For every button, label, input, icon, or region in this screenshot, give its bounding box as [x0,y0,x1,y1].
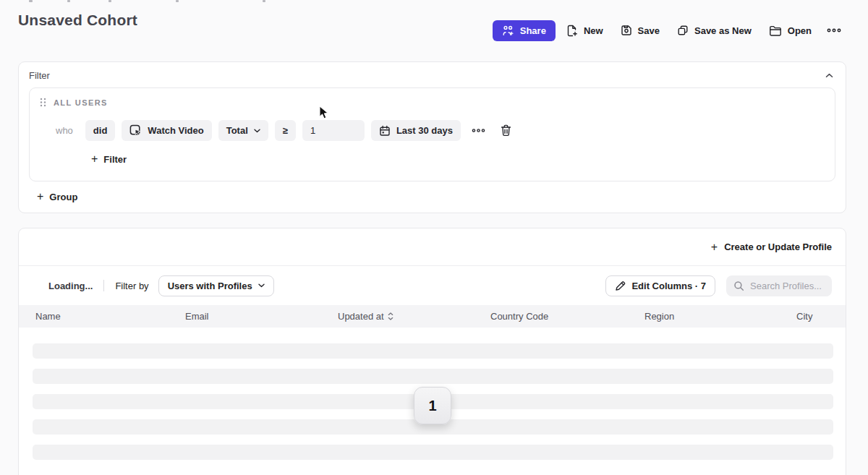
operator-selector[interactable]: ≥ [275,120,296,141]
calendar-icon [379,125,391,137]
chevron-up-icon [825,73,833,78]
filter-panel-title: Filter [29,70,50,81]
new-button-label: New [584,25,603,36]
edit-columns-label: Edit Columns · 7 [631,281,706,291]
chevron-down-icon [254,129,260,133]
column-header-city[interactable]: City [796,305,812,328]
save-as-new-button-label: Save as New [694,25,752,36]
share-button[interactable]: Share [493,20,556,41]
trash-icon [501,124,511,137]
table-row-skeleton [33,445,833,460]
page-title[interactable]: Unsaved Cohort [18,12,137,29]
group-label: ALL USERS [54,98,108,107]
plus-icon: + [91,153,98,165]
new-file-icon [566,25,578,37]
date-range-selector[interactable]: Last 30 days [371,120,461,141]
top-action-toolbar: Share New Save Save as New Open [493,20,846,41]
sort-icon [388,312,393,320]
add-group-label: Group [49,192,77,202]
save-button[interactable]: Save [614,20,666,41]
profiles-toolbar: Loading... Filter by Users with Profiles… [19,266,846,305]
column-header-country-code[interactable]: Country Code [490,305,548,328]
profiles-filter-value: Users with Profiles [168,281,252,291]
column-header-email[interactable]: Email [185,305,209,328]
filter-panel: Filter ALL USERS who did Watch Video [18,61,846,213]
aggregation-selector[interactable]: Total [218,120,268,141]
profiles-toolbar-right: Edit Columns · 7 [605,275,832,296]
did-selector[interactable]: did [85,120,116,141]
more-options-button[interactable] [822,20,846,41]
column-header-updated-at[interactable]: Updated at [338,305,393,328]
did-label: did [93,125,108,136]
save-button-label: Save [638,25,660,36]
table-row-skeleton [33,369,833,384]
event-label: Watch Video [148,125,203,136]
more-dots-icon [827,27,841,33]
more-dots-icon [472,128,485,133]
who-label: who [56,125,73,136]
plus-icon: + [711,241,718,253]
chevron-down-icon [258,283,265,288]
save-as-new-button[interactable]: Save as New [671,20,758,41]
search-profiles-box [726,275,832,296]
new-button[interactable]: New [560,20,610,41]
clause-more-button[interactable] [467,125,490,136]
edit-columns-button[interactable]: Edit Columns · 7 [605,275,715,296]
folder-icon [769,25,782,36]
threshold-input[interactable] [302,120,365,141]
aggregation-label: Total [226,125,248,136]
cohort-builder-app: Unsaved Cohort Share New Save Save as Ne… [0,0,868,475]
search-icon [733,281,744,291]
divider [103,280,104,291]
create-or-update-profile-button[interactable]: + Create or Update Profile [711,241,832,253]
create-or-update-profile-label: Create or Update Profile [724,241,832,252]
open-button-label: Open [788,25,812,36]
collapse-filter-panel-button[interactable] [824,72,835,80]
pencil-icon [615,281,626,291]
event-selector[interactable]: Watch Video [122,120,211,141]
date-range-label: Last 30 days [396,125,453,136]
search-profiles-input[interactable] [750,281,825,291]
page-number: 1 [428,398,436,414]
save-icon [621,25,632,36]
event-icon [129,124,142,137]
add-group-button[interactable]: + Group [37,191,77,202]
filter-clause-row: who did Watch Video Total ≥ [38,120,826,141]
table-row-skeleton [33,343,833,359]
plus-icon: + [37,191,43,202]
share-users-icon [502,25,514,36]
add-filter-button[interactable]: + Filter [91,153,127,165]
share-button-label: Share [520,25,546,36]
operator-label: ≥ [283,125,288,136]
drag-handle-icon[interactable] [39,97,47,108]
column-header-name[interactable]: Name [35,305,61,328]
delete-clause-button[interactable] [496,121,516,140]
profiles-panel: + Create or Update Profile Loading... Fi… [18,228,846,475]
table-header-row: Name Email Updated at Country Code Regio… [19,305,846,328]
filter-panel-header: Filter [19,62,846,87]
profiles-panel-header: + Create or Update Profile [19,228,846,266]
filter-by-label: Filter by [115,281,148,291]
filter-group-header: ALL USERS [38,97,826,108]
profiles-filter-dropdown[interactable]: Users with Profiles [158,275,274,296]
filter-group: ALL USERS who did Watch Video Total ≥ [29,87,835,181]
column-header-region[interactable]: Region [644,305,674,328]
open-button[interactable]: Open [762,20,818,41]
page-number-badge: 1 [414,387,451,424]
copy-icon [677,25,689,36]
add-filter-label: Filter [103,154,127,165]
loading-status: Loading... [48,281,93,291]
